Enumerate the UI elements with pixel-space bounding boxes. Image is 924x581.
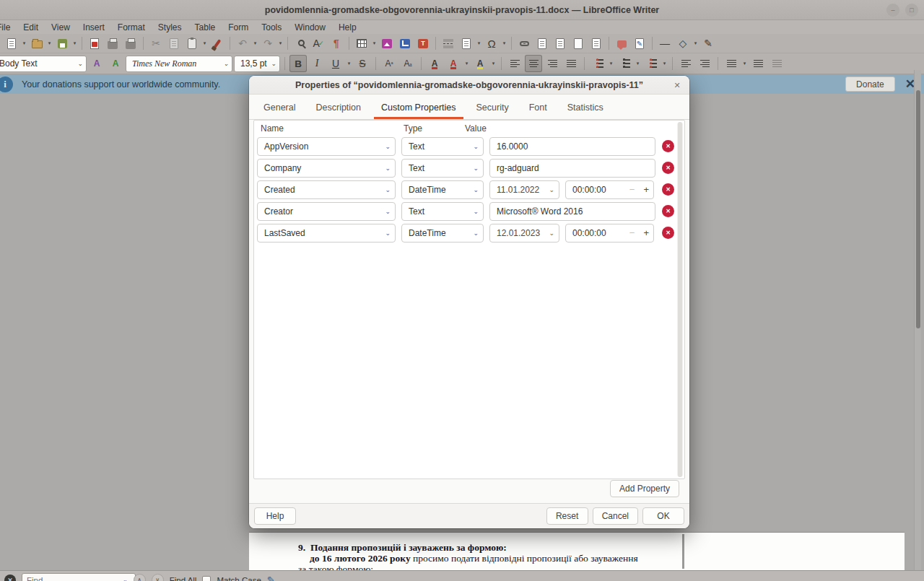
add-property-button[interactable]: Add Property xyxy=(610,480,679,497)
menu-styles[interactable]: Styles xyxy=(152,22,188,33)
vertical-scrollbar[interactable] xyxy=(914,70,921,581)
tab-custom-properties[interactable]: Custom Properties xyxy=(371,97,466,119)
property-name-combobox[interactable]: LastSaved ⌄ xyxy=(257,224,396,243)
new-document-dropdown[interactable]: ▾ xyxy=(21,40,27,46)
property-type-dropdown[interactable]: DateTime ⌄ xyxy=(401,224,484,243)
property-name-combobox[interactable]: Company ⌄ xyxy=(257,159,396,178)
maximize-button[interactable]: □ xyxy=(905,4,918,17)
underline-dropdown[interactable]: ▾ xyxy=(346,61,352,66)
highlight-color-button[interactable]: A xyxy=(471,55,489,72)
insert-image-button[interactable] xyxy=(378,35,396,52)
align-left-button[interactable] xyxy=(506,55,523,72)
align-center-button[interactable] xyxy=(525,55,542,72)
cancel-button[interactable]: Cancel xyxy=(593,507,638,525)
formatting-marks-button[interactable]: ¶ xyxy=(328,35,345,52)
tab-font[interactable]: Font xyxy=(519,97,557,119)
ok-button[interactable]: OK xyxy=(642,507,684,525)
remove-property-button[interactable]: ✕ xyxy=(662,183,674,196)
outline-list-dropdown[interactable]: ▾ xyxy=(661,61,668,66)
menu-file[interactable]: File xyxy=(0,22,17,33)
redo-dropdown[interactable]: ▾ xyxy=(277,40,284,46)
line-spacing-dropdown[interactable]: ▾ xyxy=(741,61,748,66)
undo-button[interactable]: ↶ xyxy=(234,35,251,52)
property-type-dropdown[interactable]: DateTime ⌄ xyxy=(401,180,484,199)
footnote-button[interactable] xyxy=(533,35,551,52)
menu-table[interactable]: Table xyxy=(188,22,222,33)
remove-property-button[interactable]: ✕ xyxy=(662,205,674,217)
insert-line-button[interactable]: — xyxy=(656,35,674,52)
find-previous-button[interactable]: ∧ xyxy=(134,574,146,581)
ordered-list-dropdown[interactable]: ▾ xyxy=(635,61,641,66)
insert-textbox-button[interactable]: T xyxy=(414,35,432,52)
italic-button[interactable]: I xyxy=(308,55,326,72)
property-value-input[interactable]: 16.0000 xyxy=(489,137,655,156)
subscript-button[interactable]: Aₐ xyxy=(399,55,417,72)
special-character-button[interactable]: Ω xyxy=(483,35,500,52)
menu-help[interactable]: Help xyxy=(332,22,363,33)
find-next-button[interactable]: ∨ xyxy=(152,574,164,581)
property-name-combobox[interactable]: AppVersion ⌄ xyxy=(257,137,396,156)
align-right-button[interactable] xyxy=(544,55,561,72)
cut-button[interactable]: ✂ xyxy=(147,35,165,52)
insert-table-dropdown[interactable]: ▾ xyxy=(371,40,378,46)
time-decrement-button[interactable]: − xyxy=(629,184,635,195)
find-and-replace-icon[interactable]: ✎ xyxy=(267,575,276,581)
ordered-list-button[interactable] xyxy=(616,55,633,72)
clone-formatting-button[interactable] xyxy=(209,35,226,52)
property-time-spinner[interactable]: 00:00:00 − + xyxy=(565,224,654,243)
decrease-indent-button[interactable] xyxy=(696,55,713,72)
tab-general[interactable]: General xyxy=(253,97,305,119)
basic-shapes-button[interactable]: ◇ xyxy=(674,35,692,52)
paragraph-style-combobox[interactable]: Body Text ⌄ xyxy=(0,56,87,72)
menu-insert[interactable]: Insert xyxy=(77,22,111,33)
strikethrough-button[interactable]: S xyxy=(354,55,371,72)
donate-button[interactable]: Donate xyxy=(845,77,895,92)
vertical-scrollbar-thumb[interactable] xyxy=(916,90,920,328)
property-type-dropdown[interactable]: Text ⌄ xyxy=(401,202,484,221)
save-dropdown[interactable]: ▾ xyxy=(71,40,78,46)
menu-form[interactable]: Form xyxy=(222,22,255,33)
find-input[interactable] xyxy=(22,573,136,581)
save-button[interactable] xyxy=(53,35,71,52)
find-history-dropdown[interactable]: ⌄ xyxy=(123,577,128,581)
line-spacing-button[interactable] xyxy=(723,55,740,72)
basic-shapes-dropdown[interactable]: ▾ xyxy=(692,40,699,46)
property-name-combobox[interactable]: Created ⌄ xyxy=(257,180,396,199)
property-type-dropdown[interactable]: Text ⌄ xyxy=(401,159,484,178)
menu-tools[interactable]: Tools xyxy=(255,22,288,33)
property-name-combobox[interactable]: Creator ⌄ xyxy=(257,202,396,221)
justify-button[interactable] xyxy=(562,55,580,72)
undo-dropdown[interactable]: ▾ xyxy=(252,40,258,46)
find-all-label[interactable]: Find All xyxy=(170,576,197,581)
copy-button[interactable] xyxy=(165,35,183,52)
special-character-dropdown[interactable]: ▾ xyxy=(501,40,507,46)
font-color-dropdown[interactable]: ▾ xyxy=(463,61,470,66)
property-date-picker[interactable]: 12.01.2023 ⌄ xyxy=(489,224,559,243)
match-case-checkbox[interactable] xyxy=(202,576,211,581)
property-date-picker[interactable]: 11.01.2022 ⌄ xyxy=(489,180,559,199)
unordered-list-button[interactable] xyxy=(589,55,606,72)
time-increment-button[interactable]: + xyxy=(643,184,649,195)
table-scrollbar[interactable] xyxy=(677,122,683,477)
track-changes-button[interactable]: ✎ xyxy=(631,35,648,52)
decrease-paragraph-spacing-button[interactable] xyxy=(768,55,785,72)
find-close-icon[interactable]: ✕ xyxy=(4,575,16,581)
freeform-line-button[interactable]: ✎ xyxy=(699,35,717,52)
redo-button[interactable]: ↷ xyxy=(259,35,276,52)
font-name-combobox[interactable]: Times New Roman ⌄ xyxy=(126,56,232,72)
table-scrollbar-thumb[interactable] xyxy=(678,122,682,477)
find-replace-button[interactable] xyxy=(292,35,309,52)
update-style-button[interactable]: A xyxy=(88,55,105,72)
menu-view[interactable]: View xyxy=(45,22,77,33)
insert-chart-button[interactable] xyxy=(396,35,414,52)
dialog-titlebar[interactable]: Properties of “povidomlennia-gromadske-o… xyxy=(249,76,689,95)
highlight-color-dropdown[interactable]: ▾ xyxy=(490,61,497,66)
open-button[interactable] xyxy=(28,35,45,52)
property-value-input[interactable]: rg-adguard xyxy=(489,159,655,178)
menu-edit[interactable]: Edit xyxy=(17,22,45,33)
menu-format[interactable]: Format xyxy=(111,22,152,33)
spelling-button[interactable]: A✓ xyxy=(310,35,327,52)
open-dropdown[interactable]: ▾ xyxy=(46,40,53,46)
increase-indent-button[interactable] xyxy=(677,55,694,72)
font-color-button[interactable]: A xyxy=(445,55,462,72)
